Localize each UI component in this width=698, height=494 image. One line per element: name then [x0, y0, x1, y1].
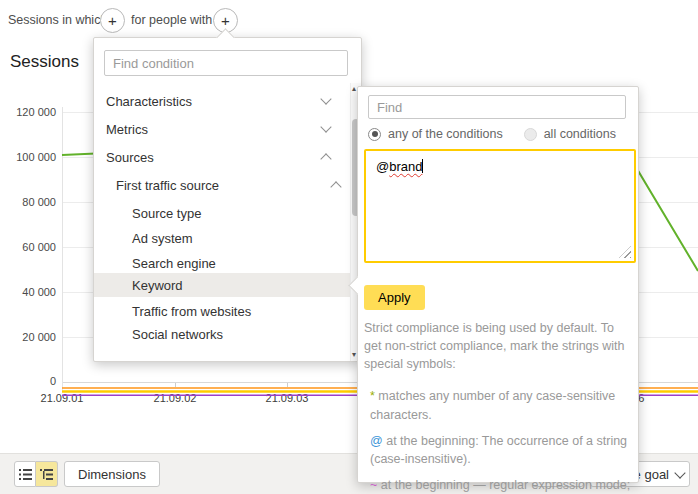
- chevron-up-icon: [320, 153, 331, 164]
- dimensions-button[interactable]: Dimensions: [64, 461, 160, 487]
- item-label: Characteristics: [106, 94, 192, 109]
- help-item-at: @ at the beginning: The occurrence of a …: [370, 432, 634, 468]
- at-symbol: @: [370, 434, 383, 448]
- item-label: Social networks: [132, 327, 223, 342]
- item-label: Sources: [106, 150, 154, 165]
- radio-all-conditions[interactable]: [524, 128, 537, 141]
- textarea-prefix: @: [376, 159, 389, 174]
- help-intro: Strict compliance is being used by defau…: [364, 319, 634, 373]
- text-cursor: [422, 159, 423, 173]
- item-label: Source type: [132, 206, 201, 221]
- help-item-asterisk: * matches any number of any case-sensiti…: [370, 387, 634, 423]
- scroll-down-icon[interactable]: ▾: [352, 351, 356, 359]
- keyword-condition-popover: any of the conditions all conditions @br…: [357, 86, 639, 483]
- item-label: Search engine: [132, 256, 216, 271]
- chevron-down-icon: [674, 467, 685, 478]
- item-label: Traffic from websites: [132, 304, 251, 319]
- list-view-toggle[interactable]: [14, 461, 36, 487]
- resize-handle-icon[interactable]: [619, 246, 631, 258]
- syntax-help: Strict compliance is being used by defau…: [364, 319, 634, 494]
- apply-button[interactable]: Apply: [364, 285, 425, 310]
- chevron-down-icon: [320, 121, 331, 132]
- scroll-up-icon[interactable]: ▴: [352, 85, 356, 93]
- tree-view-toggle[interactable]: [36, 461, 58, 487]
- list-view-icon: [19, 469, 32, 480]
- condition-dropdown-panel: Characteristics Metrics Sources First tr…: [93, 37, 362, 362]
- dropdown-item-traffic-from-websites[interactable]: Traffic from websites: [94, 299, 382, 323]
- dropdown-item-characteristics[interactable]: Characteristics: [94, 89, 356, 113]
- textarea-word: brand: [389, 159, 422, 174]
- help-text: at the beginning: The occurrence of a st…: [370, 434, 627, 466]
- dropdown-item-metrics[interactable]: Metrics: [94, 117, 356, 141]
- help-text: matches any number of any case-sensitive…: [370, 389, 615, 421]
- radio-all-label: all conditions: [544, 127, 616, 141]
- item-label: Ad system: [132, 231, 193, 246]
- tree-view-icon: [40, 469, 53, 480]
- find-condition-input[interactable]: [104, 50, 348, 76]
- help-item-tilde: ~ at the beginning — regular expression …: [370, 476, 634, 494]
- chevron-down-icon: [320, 93, 331, 104]
- dropdown-item-keyword[interactable]: Keyword: [94, 273, 388, 297]
- condition-textarea[interactable]: @brand: [364, 149, 636, 263]
- dropdown-item-source-type[interactable]: Source type: [94, 201, 382, 225]
- dropdown-item-ad-system[interactable]: Ad system: [94, 226, 382, 250]
- radio-any-label: any of the conditions: [388, 127, 503, 141]
- help-text: at the beginning — regular expression mo…: [377, 478, 630, 492]
- dropdown-item-social-networks[interactable]: Social networks: [94, 322, 382, 346]
- dropdown-item-first-traffic-source[interactable]: First traffic source: [94, 173, 366, 197]
- radio-any-of-the-conditions[interactable]: [368, 128, 381, 141]
- find-value-input[interactable]: [368, 95, 626, 119]
- chevron-up-icon: [330, 181, 341, 192]
- item-label: Keyword: [132, 278, 183, 293]
- dropdown-item-sources[interactable]: Sources: [94, 145, 356, 169]
- item-label: First traffic source: [116, 178, 219, 193]
- match-mode-radios: any of the conditions all conditions: [368, 127, 616, 141]
- dropdown-item-search-engine[interactable]: Search engine: [94, 251, 382, 275]
- item-label: Metrics: [106, 122, 148, 137]
